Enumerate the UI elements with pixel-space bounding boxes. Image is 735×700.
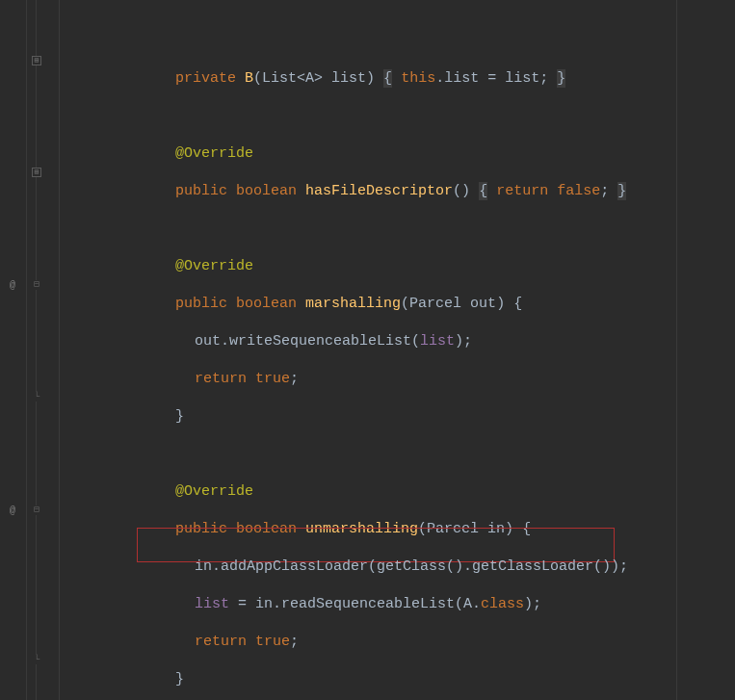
keyword-false: false [557, 183, 600, 199]
keyword-return: return [195, 371, 247, 387]
code-line[interactable]: } [141, 651, 184, 700]
right-margin-guide [676, 0, 677, 700]
brace-open: { [479, 182, 487, 200]
brace-close: } [175, 408, 184, 425]
brace-open: { [383, 69, 392, 88]
method-name: hasFileDescriptor [305, 183, 453, 199]
brace-close: } [175, 671, 184, 687]
code-line[interactable]: private B(List<A> list) { this.list = li… [141, 50, 565, 108]
method-name: marshalling [305, 296, 401, 312]
semicolon: ; [600, 183, 609, 199]
method-call-suffix: ); [455, 333, 472, 350]
method-call-suffix: ); [524, 596, 541, 612]
keyword-class: class [481, 596, 524, 612]
fold-expand-icon[interactable]: ⊞ [32, 56, 41, 65]
fold-expand-icon[interactable]: ⊞ [32, 168, 41, 177]
method-call: in.addAppClassLoader(getClass().getClass… [195, 558, 628, 575]
editor-gutter: ⊞ ⊞ @ ⊟ └ @ ⊟ └ [0, 0, 60, 700]
fold-end-icon: └ [32, 392, 41, 402]
fold-collapse-icon[interactable]: ⊟ [32, 280, 41, 290]
brace-close: } [557, 69, 565, 88]
keyword-this: this [401, 70, 435, 87]
assignment: .list = list; [435, 70, 548, 87]
field-ref: list [195, 596, 229, 612]
code-line[interactable]: public boolean hasFileDescriptor() { ret… [141, 163, 626, 220]
annotation-override: @Override [175, 145, 253, 162]
method-call-middle: = in.readSequenceableList(A. [229, 596, 481, 612]
fold-guide-line-2 [36, 0, 37, 700]
override-gutter-icon[interactable]: @ [6, 505, 19, 518]
method-call-prefix: out.writeSequenceableList( [195, 333, 420, 350]
keyword-boolean: boolean [236, 296, 297, 312]
fold-end-icon: └ [32, 655, 41, 664]
override-gutter-icon[interactable]: @ [6, 279, 19, 293]
code-editor-area[interactable]: private B(List<A> list) { this.list = li… [60, 0, 735, 700]
params: (Parcel out) { [401, 296, 522, 312]
brace-close: } [617, 182, 626, 200]
keyword-true: true [255, 634, 290, 650]
semicolon: ; [290, 371, 299, 387]
keyword-true: true [255, 371, 290, 387]
keyword-public: public [175, 296, 227, 312]
annotation-override: @Override [175, 258, 253, 274]
keyword-return: return [496, 183, 548, 199]
keyword-return: return [195, 634, 247, 650]
parens: () [453, 183, 470, 199]
annotation-override: @Override [175, 483, 253, 500]
code-line[interactable]: } [141, 388, 184, 446]
keyword-boolean: boolean [236, 183, 297, 199]
params: (List<A> list) [253, 70, 375, 87]
method-name: B [245, 70, 253, 87]
fold-collapse-icon[interactable]: ⊟ [32, 506, 41, 515]
keyword-private: private [175, 70, 236, 87]
keyword-public: public [175, 183, 227, 199]
fold-guide-line [26, 0, 27, 700]
field-ref: list [420, 333, 455, 350]
semicolon: ; [290, 634, 299, 650]
